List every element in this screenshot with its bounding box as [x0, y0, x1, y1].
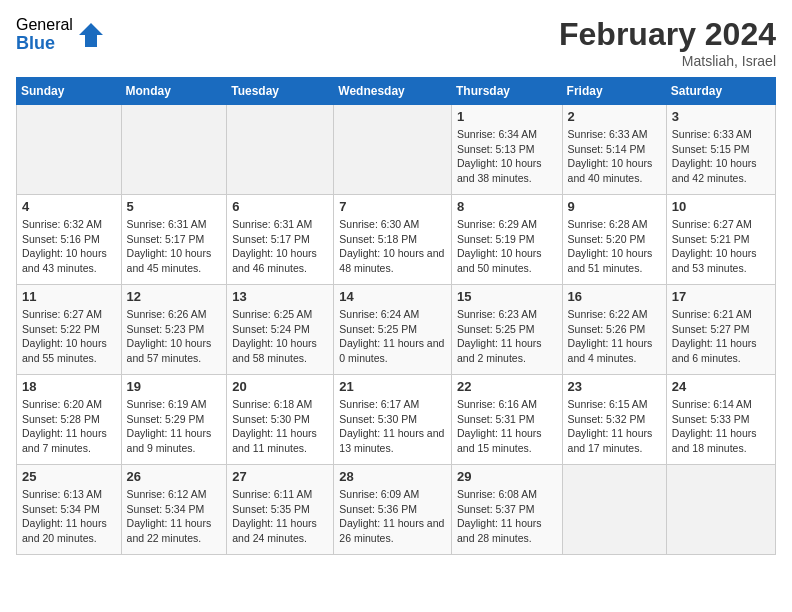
- day-number: 26: [127, 469, 222, 484]
- day-info: Sunrise: 6:27 AMSunset: 5:22 PMDaylight:…: [22, 307, 116, 366]
- calendar-day-cell: 16Sunrise: 6:22 AMSunset: 5:26 PMDayligh…: [562, 285, 666, 375]
- calendar-table: SundayMondayTuesdayWednesdayThursdayFrid…: [16, 77, 776, 555]
- logo-general: General: [16, 16, 73, 34]
- day-number: 15: [457, 289, 557, 304]
- calendar-week-row: 18Sunrise: 6:20 AMSunset: 5:28 PMDayligh…: [17, 375, 776, 465]
- weekday-header-sunday: Sunday: [17, 78, 122, 105]
- calendar-day-cell: 9Sunrise: 6:28 AMSunset: 5:20 PMDaylight…: [562, 195, 666, 285]
- day-info: Sunrise: 6:16 AMSunset: 5:31 PMDaylight:…: [457, 397, 557, 456]
- day-info: Sunrise: 6:25 AMSunset: 5:24 PMDaylight:…: [232, 307, 328, 366]
- day-number: 17: [672, 289, 770, 304]
- calendar-day-cell: 13Sunrise: 6:25 AMSunset: 5:24 PMDayligh…: [227, 285, 334, 375]
- weekday-header-saturday: Saturday: [666, 78, 775, 105]
- day-number: 7: [339, 199, 446, 214]
- day-info: Sunrise: 6:33 AMSunset: 5:14 PMDaylight:…: [568, 127, 661, 186]
- calendar-day-cell: 22Sunrise: 6:16 AMSunset: 5:31 PMDayligh…: [451, 375, 562, 465]
- day-info: Sunrise: 6:34 AMSunset: 5:13 PMDaylight:…: [457, 127, 557, 186]
- calendar-week-row: 11Sunrise: 6:27 AMSunset: 5:22 PMDayligh…: [17, 285, 776, 375]
- calendar-day-cell: 24Sunrise: 6:14 AMSunset: 5:33 PMDayligh…: [666, 375, 775, 465]
- logo-text: General Blue: [16, 16, 73, 53]
- calendar-day-cell: 18Sunrise: 6:20 AMSunset: 5:28 PMDayligh…: [17, 375, 122, 465]
- day-info: Sunrise: 6:30 AMSunset: 5:18 PMDaylight:…: [339, 217, 446, 276]
- day-info: Sunrise: 6:18 AMSunset: 5:30 PMDaylight:…: [232, 397, 328, 456]
- calendar-day-cell: [227, 105, 334, 195]
- calendar-week-row: 25Sunrise: 6:13 AMSunset: 5:34 PMDayligh…: [17, 465, 776, 555]
- page-header: General Blue February 2024 Matsliah, Isr…: [16, 16, 776, 69]
- day-number: 21: [339, 379, 446, 394]
- day-info: Sunrise: 6:08 AMSunset: 5:37 PMDaylight:…: [457, 487, 557, 546]
- day-info: Sunrise: 6:32 AMSunset: 5:16 PMDaylight:…: [22, 217, 116, 276]
- calendar-day-cell: [562, 465, 666, 555]
- day-number: 1: [457, 109, 557, 124]
- logo: General Blue: [16, 16, 105, 53]
- calendar-day-cell: [17, 105, 122, 195]
- calendar-day-cell: 23Sunrise: 6:15 AMSunset: 5:32 PMDayligh…: [562, 375, 666, 465]
- calendar-day-cell: 20Sunrise: 6:18 AMSunset: 5:30 PMDayligh…: [227, 375, 334, 465]
- calendar-day-cell: 19Sunrise: 6:19 AMSunset: 5:29 PMDayligh…: [121, 375, 227, 465]
- calendar-day-cell: 25Sunrise: 6:13 AMSunset: 5:34 PMDayligh…: [17, 465, 122, 555]
- day-number: 20: [232, 379, 328, 394]
- day-number: 23: [568, 379, 661, 394]
- day-number: 6: [232, 199, 328, 214]
- day-number: 4: [22, 199, 116, 214]
- calendar-day-cell: 11Sunrise: 6:27 AMSunset: 5:22 PMDayligh…: [17, 285, 122, 375]
- day-info: Sunrise: 6:21 AMSunset: 5:27 PMDaylight:…: [672, 307, 770, 366]
- day-number: 29: [457, 469, 557, 484]
- day-info: Sunrise: 6:09 AMSunset: 5:36 PMDaylight:…: [339, 487, 446, 546]
- calendar-day-cell: 1Sunrise: 6:34 AMSunset: 5:13 PMDaylight…: [451, 105, 562, 195]
- calendar-day-cell: 8Sunrise: 6:29 AMSunset: 5:19 PMDaylight…: [451, 195, 562, 285]
- day-info: Sunrise: 6:14 AMSunset: 5:33 PMDaylight:…: [672, 397, 770, 456]
- day-info: Sunrise: 6:24 AMSunset: 5:25 PMDaylight:…: [339, 307, 446, 366]
- day-info: Sunrise: 6:15 AMSunset: 5:32 PMDaylight:…: [568, 397, 661, 456]
- day-number: 10: [672, 199, 770, 214]
- weekday-header-friday: Friday: [562, 78, 666, 105]
- day-info: Sunrise: 6:31 AMSunset: 5:17 PMDaylight:…: [232, 217, 328, 276]
- weekday-header-tuesday: Tuesday: [227, 78, 334, 105]
- calendar-day-cell: 3Sunrise: 6:33 AMSunset: 5:15 PMDaylight…: [666, 105, 775, 195]
- calendar-week-row: 4Sunrise: 6:32 AMSunset: 5:16 PMDaylight…: [17, 195, 776, 285]
- calendar-day-cell: 5Sunrise: 6:31 AMSunset: 5:17 PMDaylight…: [121, 195, 227, 285]
- day-number: 5: [127, 199, 222, 214]
- month-year-title: February 2024: [559, 16, 776, 53]
- day-info: Sunrise: 6:11 AMSunset: 5:35 PMDaylight:…: [232, 487, 328, 546]
- day-info: Sunrise: 6:19 AMSunset: 5:29 PMDaylight:…: [127, 397, 222, 456]
- day-info: Sunrise: 6:31 AMSunset: 5:17 PMDaylight:…: [127, 217, 222, 276]
- day-number: 25: [22, 469, 116, 484]
- day-number: 2: [568, 109, 661, 124]
- location-subtitle: Matsliah, Israel: [559, 53, 776, 69]
- day-number: 16: [568, 289, 661, 304]
- logo-blue: Blue: [16, 34, 73, 54]
- calendar-day-cell: [121, 105, 227, 195]
- day-number: 9: [568, 199, 661, 214]
- day-info: Sunrise: 6:23 AMSunset: 5:25 PMDaylight:…: [457, 307, 557, 366]
- day-info: Sunrise: 6:26 AMSunset: 5:23 PMDaylight:…: [127, 307, 222, 366]
- day-info: Sunrise: 6:28 AMSunset: 5:20 PMDaylight:…: [568, 217, 661, 276]
- day-number: 27: [232, 469, 328, 484]
- calendar-day-cell: 21Sunrise: 6:17 AMSunset: 5:30 PMDayligh…: [334, 375, 452, 465]
- day-info: Sunrise: 6:13 AMSunset: 5:34 PMDaylight:…: [22, 487, 116, 546]
- day-info: Sunrise: 6:22 AMSunset: 5:26 PMDaylight:…: [568, 307, 661, 366]
- calendar-day-cell: 26Sunrise: 6:12 AMSunset: 5:34 PMDayligh…: [121, 465, 227, 555]
- calendar-day-cell: 7Sunrise: 6:30 AMSunset: 5:18 PMDaylight…: [334, 195, 452, 285]
- calendar-week-row: 1Sunrise: 6:34 AMSunset: 5:13 PMDaylight…: [17, 105, 776, 195]
- calendar-day-cell: 27Sunrise: 6:11 AMSunset: 5:35 PMDayligh…: [227, 465, 334, 555]
- calendar-day-cell: 10Sunrise: 6:27 AMSunset: 5:21 PMDayligh…: [666, 195, 775, 285]
- weekday-header-row: SundayMondayTuesdayWednesdayThursdayFrid…: [17, 78, 776, 105]
- calendar-day-cell: 6Sunrise: 6:31 AMSunset: 5:17 PMDaylight…: [227, 195, 334, 285]
- day-number: 11: [22, 289, 116, 304]
- day-number: 22: [457, 379, 557, 394]
- svg-marker-0: [79, 23, 103, 47]
- day-number: 12: [127, 289, 222, 304]
- calendar-day-cell: 2Sunrise: 6:33 AMSunset: 5:14 PMDaylight…: [562, 105, 666, 195]
- day-number: 18: [22, 379, 116, 394]
- weekday-header-thursday: Thursday: [451, 78, 562, 105]
- weekday-header-wednesday: Wednesday: [334, 78, 452, 105]
- calendar-day-cell: [334, 105, 452, 195]
- calendar-day-cell: 14Sunrise: 6:24 AMSunset: 5:25 PMDayligh…: [334, 285, 452, 375]
- day-info: Sunrise: 6:20 AMSunset: 5:28 PMDaylight:…: [22, 397, 116, 456]
- day-number: 13: [232, 289, 328, 304]
- day-number: 24: [672, 379, 770, 394]
- day-number: 28: [339, 469, 446, 484]
- day-info: Sunrise: 6:17 AMSunset: 5:30 PMDaylight:…: [339, 397, 446, 456]
- calendar-day-cell: 17Sunrise: 6:21 AMSunset: 5:27 PMDayligh…: [666, 285, 775, 375]
